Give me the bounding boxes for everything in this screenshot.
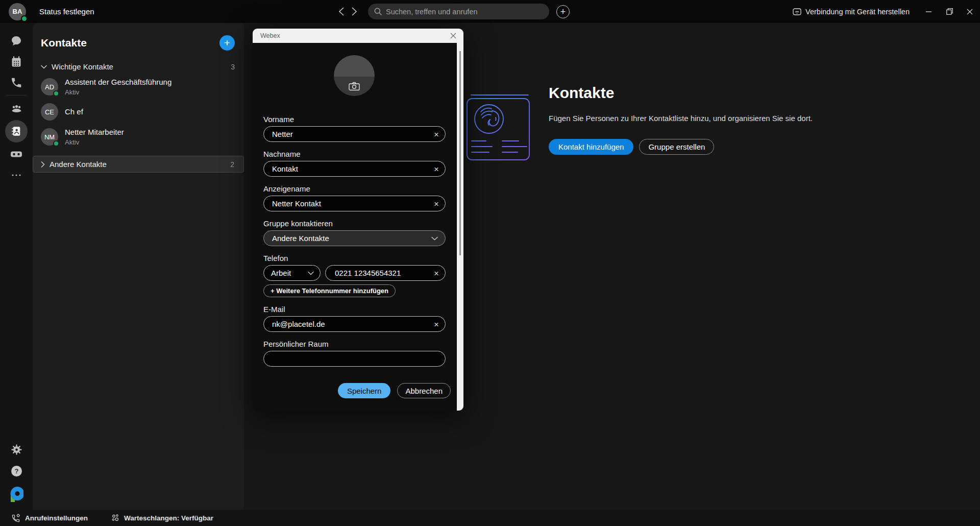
phone-settings-icon (11, 514, 20, 522)
restore-button[interactable] (939, 0, 960, 23)
sidebar-item-more[interactable] (0, 164, 33, 185)
dialog-body: Vorname × Nachname × Anzeigename × Grupp… (253, 43, 463, 411)
email-input[interactable] (263, 316, 446, 332)
queues-status-button[interactable]: Warteschlangen: Verfügbar (111, 514, 213, 522)
add-contact-panel-button[interactable]: + (219, 35, 235, 51)
help-button[interactable]: ? (11, 465, 22, 479)
contact-status: Aktiv (65, 138, 124, 146)
forward-button[interactable] (348, 4, 361, 19)
topbar-right-group: Verbindung mit Gerät herstellen (793, 0, 980, 23)
field-label-telefon: Telefon (263, 254, 446, 262)
field-label-gruppe: Gruppe kontaktieren (263, 219, 446, 228)
presence-dot (21, 15, 28, 22)
field-raum (263, 351, 446, 367)
group-label: Wichtige Kontakte (52, 62, 113, 71)
field-label-raum: Persönlicher Raum (263, 340, 446, 348)
contacts-icon (11, 126, 22, 137)
group-andere-kontakte[interactable]: Andere Kontakte 2 (33, 156, 244, 173)
dialog-scrollbar-thumb[interactable] (459, 51, 461, 255)
field-email: × (263, 316, 446, 332)
field-nachname: × (263, 161, 446, 177)
help-glyph: ? (14, 467, 18, 475)
device-icon (793, 8, 801, 16)
sidebar-item-messaging[interactable] (0, 30, 33, 51)
clear-icon[interactable]: × (434, 320, 439, 328)
call-settings-label: Anrufeinstellungen (25, 514, 88, 522)
save-button[interactable]: Speichern (338, 383, 391, 398)
group-wichtige-kontakte[interactable]: Wichtige Kontakte 3 (41, 62, 235, 71)
field-vorname: × (263, 126, 446, 142)
contact-row[interactable]: AD Assistent der Geschäftsführung Aktiv (33, 74, 244, 100)
back-button[interactable] (334, 4, 348, 19)
chevron-right-icon (352, 7, 357, 16)
contacts-panel: Kontakte + Wichtige Kontakte 3 AD Assist… (33, 23, 244, 510)
phone-icon (10, 77, 22, 89)
sidebar-item-voicemail[interactable] (0, 144, 33, 164)
webex-app-window: BA Status festlegen + Verbindung mit Ger… (0, 0, 980, 526)
contact-card-illustration (465, 93, 533, 165)
set-status-button[interactable]: Status festlegen (39, 7, 94, 16)
placetel-logo-icon (9, 487, 23, 503)
contact-name: Ch ef (65, 107, 83, 116)
create-group-button[interactable]: Gruppe erstellen (639, 139, 714, 155)
contact-photo-upload[interactable] (334, 55, 375, 96)
search-icon (374, 8, 382, 15)
contact-name: Netter Mitarbeiter (65, 128, 124, 137)
add-contact-button[interactable]: Kontakt hinzufügen (549, 139, 633, 155)
search-bar[interactable] (368, 4, 549, 19)
contact-initials: AD (45, 83, 54, 91)
close-window-button[interactable] (960, 0, 980, 23)
chat-icon (10, 35, 22, 47)
global-add-button[interactable]: + (556, 5, 570, 18)
dialog-close-button[interactable] (447, 30, 459, 42)
sidebar-item-calling[interactable] (0, 72, 33, 93)
minimize-button[interactable] (919, 0, 939, 23)
connect-device-button[interactable]: Verbindung mit Gerät herstellen (793, 8, 910, 16)
topbar-center-group: + (334, 0, 570, 23)
contact-avatar: NM (41, 128, 58, 146)
gruppe-select[interactable]: Andere Kontakte (263, 230, 446, 246)
bottom-status-bar: Anrufeinstellungen Warteschlangen: Verfü… (0, 510, 980, 526)
clear-icon[interactable]: × (434, 199, 439, 208)
sidebar-item-contacts[interactable] (0, 119, 33, 144)
clear-icon[interactable]: × (434, 269, 439, 277)
chevron-down-icon (41, 65, 47, 69)
placetel-logo[interactable] (9, 487, 23, 505)
persoenlicher-raum-input[interactable] (263, 351, 446, 367)
chevron-right-icon (41, 161, 45, 168)
user-avatar-initials: BA (13, 8, 22, 15)
user-avatar[interactable]: BA (9, 3, 26, 20)
dialog-titlebar[interactable]: Webex (253, 29, 463, 43)
plus-icon: + (224, 37, 230, 48)
contact-name: Assistent der Geschäftsführung (65, 78, 172, 87)
call-settings-button[interactable]: Anrufeinstellungen (11, 514, 88, 522)
app-sidebar: ? (0, 23, 33, 510)
nachname-input[interactable] (263, 161, 446, 177)
group-label: Andere Kontakte (50, 160, 107, 169)
contact-row[interactable]: NM Netter Mitarbeiter Aktiv (33, 124, 244, 150)
clear-icon[interactable]: × (434, 164, 439, 173)
field-label-vorname: Vorname (263, 115, 446, 124)
sidebar-item-calendar[interactable] (0, 51, 33, 72)
telefon-type-select[interactable]: Arbeit (263, 265, 321, 281)
contact-avatar: CE (41, 103, 58, 121)
sidebar-item-teams[interactable] (0, 98, 33, 119)
settings-button[interactable] (11, 444, 22, 458)
add-contact-dialog: Webex Vorname × Nachname × (253, 29, 463, 411)
vorname-input[interactable] (263, 126, 446, 142)
group-count: 2 (230, 160, 234, 169)
search-input[interactable] (386, 8, 543, 16)
telefon-number-field: × (325, 265, 446, 281)
add-phone-number-button[interactable]: + Weitere Telefonnummer hinzufügen (263, 284, 396, 297)
main-action-buttons: Kontakt hinzufügen Gruppe erstellen (549, 139, 714, 155)
contact-row[interactable]: CE Ch ef (33, 100, 244, 124)
dialog-scrollbar[interactable] (457, 43, 463, 411)
calendar-icon (10, 56, 22, 68)
anzeigename-input[interactable] (263, 196, 446, 211)
clear-icon[interactable]: × (434, 130, 439, 138)
cancel-button[interactable]: Abbrechen (397, 383, 451, 398)
dialog-title: Webex (260, 32, 447, 39)
camera-icon (349, 82, 360, 91)
dialog-footer: Speichern Abbrechen (338, 383, 451, 398)
telefon-number-input[interactable] (325, 265, 446, 281)
